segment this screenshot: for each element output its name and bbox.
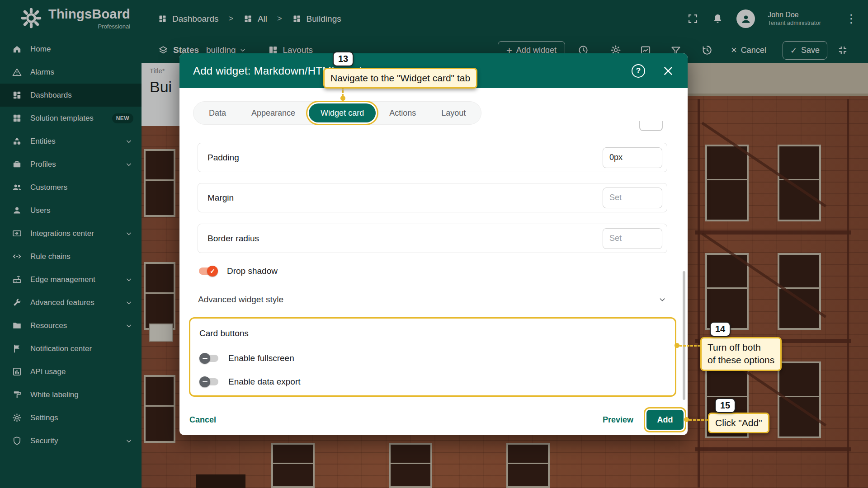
dialog-scrollbar-thumb[interactable] (683, 271, 685, 400)
step-13-dot (340, 96, 345, 101)
dialog-cancel-button[interactable]: Cancel (189, 415, 216, 425)
padding-label: Padding (208, 153, 239, 163)
padding-field-row: Padding (198, 143, 667, 172)
step-14-badge: 14 (710, 322, 731, 337)
dialog-body: Data Appearance Widget card Actions Layo… (179, 88, 688, 397)
step-13-callout: Navigate to the "Widget card" tab (323, 68, 477, 89)
minus-icon (203, 381, 208, 383)
step-15-badge: 15 (715, 398, 736, 413)
tab-actions[interactable]: Actions (377, 101, 428, 125)
step-14-dot (675, 343, 679, 348)
drop-shadow-label: Drop shadow (227, 266, 278, 276)
margin-field-row: Margin (198, 183, 667, 212)
dialog-add-button[interactable]: Add (646, 410, 684, 430)
card-buttons-title: Card buttons (199, 328, 249, 338)
drop-shadow-toggle[interactable]: ✓ (198, 266, 218, 277)
step-14-line1: Turn off both (708, 341, 774, 354)
toggle-thumb: ✓ (207, 266, 218, 277)
tab-layout[interactable]: Layout (429, 101, 477, 125)
minus-icon (203, 358, 208, 359)
step-15-connector (689, 419, 708, 421)
step-15-dot (684, 417, 689, 422)
border-radius-input[interactable] (603, 228, 662, 249)
help-icon[interactable]: ? (632, 64, 645, 78)
step-14-connector (679, 345, 700, 347)
dialog-tabs: Data Appearance Widget card Actions Layo… (193, 101, 481, 125)
border-radius-label: Border radius (208, 234, 259, 244)
step-15-callout: Click "Add" (708, 413, 769, 433)
enable-fullscreen-row: Enable fullscreen (199, 350, 294, 366)
enable-data-export-label: Enable data export (228, 377, 301, 387)
dialog-preview-button[interactable]: Preview (603, 415, 633, 425)
clipped-scrolled-field (639, 121, 663, 131)
chevron-down-icon (657, 295, 667, 305)
margin-input[interactable] (603, 188, 662, 208)
card-buttons-section: Card buttons Enable fullscreen Enable da… (189, 317, 676, 397)
enable-data-export-row: Enable data export (199, 374, 301, 390)
margin-label: Margin (208, 193, 234, 203)
enable-fullscreen-toggle[interactable] (199, 353, 219, 364)
dialog-footer: Cancel Preview Add (179, 397, 688, 435)
enable-data-export-toggle[interactable] (199, 376, 219, 387)
advanced-widget-style-expander[interactable]: Advanced widget style (198, 291, 667, 309)
step-14-callout: Turn off both of these options (700, 337, 782, 371)
padding-input[interactable] (603, 147, 662, 168)
step-13-badge: 13 (333, 52, 354, 66)
toggle-thumb (199, 376, 210, 387)
tab-widget-card[interactable]: Widget card (309, 103, 376, 122)
advanced-widget-style-label: Advanced widget style (198, 295, 283, 305)
tab-data[interactable]: Data (197, 101, 238, 125)
border-radius-field-row: Border radius (198, 224, 667, 253)
add-widget-dialog: Add widget: Markdown/HTML card ? Data Ap… (179, 53, 688, 435)
drop-shadow-row: ✓ Drop shadow (198, 266, 278, 277)
close-icon[interactable] (662, 65, 674, 77)
step-14-line2: of these options (708, 354, 774, 366)
toggle-thumb (199, 353, 210, 364)
enable-fullscreen-label: Enable fullscreen (228, 353, 294, 363)
tab-appearance[interactable]: Appearance (240, 101, 307, 125)
check-icon: ✓ (210, 267, 215, 275)
